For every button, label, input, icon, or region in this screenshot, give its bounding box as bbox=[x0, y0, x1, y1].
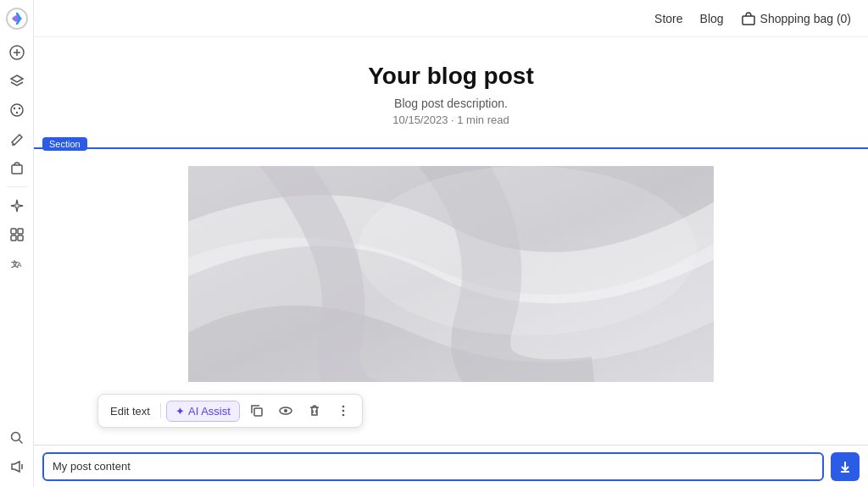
sparkle-icon: ✦ bbox=[175, 405, 185, 418]
copy-icon bbox=[250, 404, 264, 418]
more-options-button[interactable] bbox=[331, 399, 355, 423]
eye-icon bbox=[279, 404, 292, 418]
blog-meta: 10/15/2023 · 1 min read bbox=[51, 113, 851, 126]
preview-button[interactable] bbox=[274, 399, 298, 423]
section-wrapper: Section bbox=[34, 147, 868, 382]
svg-rect-12 bbox=[18, 229, 23, 234]
more-icon bbox=[337, 404, 350, 418]
edit-text-button[interactable]: Edit text bbox=[105, 402, 155, 420]
product-bag-icon[interactable] bbox=[3, 154, 31, 181]
sidebar-divider bbox=[7, 186, 27, 187]
svg-point-7 bbox=[18, 108, 19, 109]
blog-title: Your blog post bbox=[51, 63, 851, 90]
main-area: Store Blog Shopping bag (0) Your blog po… bbox=[34, 0, 868, 487]
svg-point-31 bbox=[342, 414, 345, 417]
toolbar-divider bbox=[160, 403, 161, 418]
svg-point-8 bbox=[15, 112, 17, 113]
delete-icon bbox=[308, 404, 321, 418]
svg-point-29 bbox=[342, 406, 345, 408]
logo[interactable] bbox=[5, 7, 29, 30]
svg-rect-14 bbox=[18, 235, 23, 241]
shopping-bag-icon bbox=[741, 11, 756, 26]
floating-toolbar: Edit text ✦ AI Assist bbox=[97, 394, 363, 428]
blog-link[interactable]: Blog bbox=[700, 12, 724, 25]
svg-point-17 bbox=[11, 433, 19, 441]
svg-point-5 bbox=[11, 104, 23, 116]
palette-icon[interactable] bbox=[3, 97, 31, 124]
shopping-bag-label: Shopping bag (0) bbox=[760, 12, 851, 25]
svg-rect-21 bbox=[743, 16, 754, 25]
svg-point-23 bbox=[358, 166, 697, 335]
edit-icon[interactable] bbox=[3, 125, 31, 152]
svg-line-18 bbox=[19, 440, 22, 444]
svg-marker-4 bbox=[11, 75, 23, 82]
blog-header: Your blog post Blog post description. 10… bbox=[34, 37, 868, 143]
blog-featured-image bbox=[188, 166, 714, 382]
post-content-input[interactable] bbox=[42, 452, 824, 481]
svg-marker-19 bbox=[12, 462, 19, 472]
chart-icon[interactable] bbox=[3, 221, 31, 248]
ai-assist-label: AI Assist bbox=[188, 405, 231, 418]
shopping-bag-link[interactable]: Shopping bag (0) bbox=[741, 11, 851, 26]
layers-icon[interactable] bbox=[3, 68, 31, 95]
copy-button[interactable] bbox=[245, 399, 269, 423]
svg-point-30 bbox=[342, 410, 345, 412]
delete-button[interactable] bbox=[303, 399, 326, 423]
svg-rect-24 bbox=[254, 408, 262, 416]
svg-rect-13 bbox=[11, 235, 16, 241]
sidebar: 文A bbox=[0, 0, 34, 487]
svg-point-6 bbox=[13, 108, 14, 109]
svg-point-26 bbox=[284, 409, 287, 412]
add-icon[interactable] bbox=[3, 39, 31, 66]
bottom-input-bar bbox=[34, 445, 868, 487]
announce-icon[interactable] bbox=[3, 453, 31, 480]
store-link[interactable]: Store bbox=[654, 12, 682, 25]
svg-rect-10 bbox=[12, 165, 22, 174]
top-navigation: Store Blog Shopping bag (0) bbox=[34, 0, 868, 37]
blog-description: Blog post description. bbox=[51, 97, 851, 110]
search-icon[interactable] bbox=[3, 424, 31, 451]
download-button[interactable] bbox=[831, 452, 860, 481]
download-icon bbox=[838, 460, 852, 473]
svg-text:A: A bbox=[17, 261, 22, 268]
svg-rect-11 bbox=[11, 229, 16, 234]
translate-icon[interactable]: 文A bbox=[3, 250, 31, 277]
section-label: Section bbox=[42, 137, 87, 151]
ai-assist-button[interactable]: ✦ AI Assist bbox=[166, 401, 240, 422]
sparkle-icon[interactable] bbox=[3, 192, 31, 219]
